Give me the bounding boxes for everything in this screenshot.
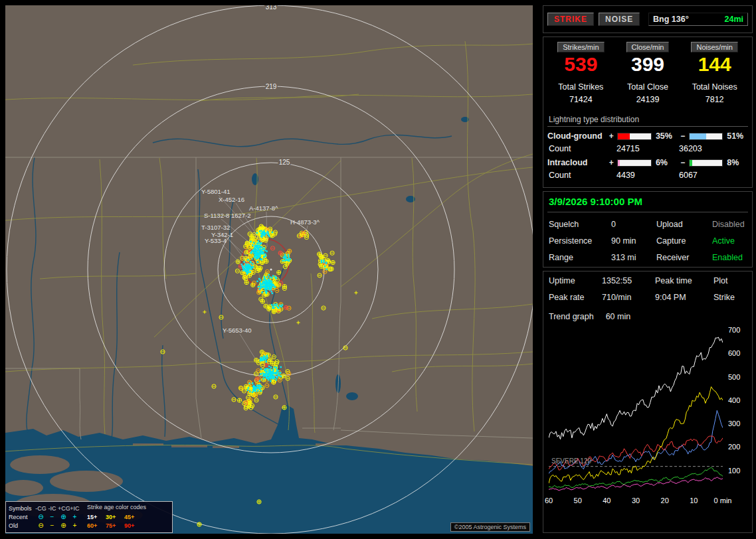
strike-marker bbox=[258, 286, 260, 288]
noises-per-min-value: 144 bbox=[681, 54, 748, 74]
x-axis-tick: 30 bbox=[632, 497, 640, 504]
strike-marker bbox=[246, 269, 248, 271]
strike-marker bbox=[288, 249, 292, 253]
strike-marker bbox=[258, 242, 260, 244]
trend-series-yellow bbox=[549, 387, 723, 484]
trend-section: Uptime 1352:55 Peak time Plot Peak rate … bbox=[543, 271, 753, 533]
intracloud-row: Intracloud + 6% − 8% bbox=[547, 158, 748, 167]
strike-marker bbox=[258, 245, 260, 247]
strike-marker bbox=[259, 385, 261, 387]
old-pos-cg-icon: ⊕ bbox=[58, 522, 69, 529]
strike-marker bbox=[271, 304, 273, 306]
plus-sign: + bbox=[608, 158, 614, 167]
strike-marker bbox=[267, 279, 269, 281]
sensor-location-icon bbox=[270, 268, 272, 270]
recent-neg-ic-icon: − bbox=[47, 513, 58, 520]
strike-marker bbox=[264, 373, 266, 375]
legend-age-codes: Strike age color codes 15+30+45+ 60+75+9… bbox=[87, 504, 146, 530]
strike-marker bbox=[278, 307, 280, 309]
strike-marker bbox=[256, 255, 258, 257]
strike-marker bbox=[266, 291, 268, 293]
strike-marker bbox=[284, 254, 286, 256]
strike-marker bbox=[260, 390, 262, 392]
close-per-min-value: 399 bbox=[614, 54, 682, 74]
strike-marker bbox=[274, 304, 276, 306]
control-panel: STRIKE NOISE Bng 136° 24mi Strikes/min 5… bbox=[539, 0, 756, 539]
strike-marker bbox=[280, 372, 282, 374]
strike-marker bbox=[256, 387, 258, 389]
y-axis-tick: 400 bbox=[728, 396, 740, 404]
strike-marker bbox=[262, 234, 264, 236]
strike-marker bbox=[326, 268, 328, 270]
strike-marker bbox=[260, 279, 262, 281]
strike-button[interactable]: STRIKE bbox=[547, 13, 594, 26]
strike-marker bbox=[272, 293, 274, 295]
strike-marker bbox=[197, 522, 201, 526]
strike-marker bbox=[261, 259, 263, 261]
minus-sign: − bbox=[680, 131, 686, 141]
range-value: 313 mi bbox=[611, 253, 656, 262]
strike-marker bbox=[265, 255, 267, 257]
total-strikes-label: Total Strikes bbox=[547, 82, 614, 92]
strike-marker bbox=[282, 260, 284, 262]
strike-marker bbox=[259, 250, 261, 252]
strike-marker bbox=[260, 368, 262, 370]
strike-marker bbox=[275, 277, 277, 279]
legend-col-neg-cg: -CG bbox=[35, 505, 47, 512]
strike-marker bbox=[249, 264, 251, 266]
upload-label: Upload bbox=[656, 220, 712, 229]
strike-marker bbox=[262, 283, 264, 285]
distance-value: 24mi bbox=[725, 15, 744, 24]
age-code: 30+ bbox=[106, 514, 124, 520]
plus-sign: + bbox=[608, 131, 614, 141]
cg-neg-bar bbox=[689, 133, 723, 140]
strike-marker bbox=[278, 251, 282, 255]
trend-window-value: 60 min bbox=[606, 312, 631, 321]
strike-marker bbox=[266, 284, 268, 286]
lightning-map[interactable]: Y-5801-41X-452-16A-4137-8^S-1132-8 1627-… bbox=[0, 0, 538, 539]
strike-marker bbox=[263, 279, 265, 281]
capture-label: Capture bbox=[656, 236, 712, 246]
legend-old-label: Old bbox=[9, 522, 35, 529]
bearing-display: Bng 136° 24mi bbox=[648, 13, 748, 26]
strike-marker bbox=[268, 236, 270, 238]
strike-marker bbox=[265, 359, 267, 361]
x-axis-tick: 10 bbox=[690, 497, 698, 504]
peak-time-value: 9:04 PM bbox=[655, 293, 713, 302]
y-axis-tick: 500 bbox=[728, 373, 740, 381]
strike-marker bbox=[252, 267, 254, 269]
strike-marker bbox=[270, 366, 272, 368]
strike-marker bbox=[246, 266, 248, 268]
strike-marker bbox=[254, 256, 256, 258]
strike-marker bbox=[272, 275, 274, 277]
strike-marker bbox=[288, 256, 290, 258]
strike-marker bbox=[268, 366, 270, 368]
uptime-label: Uptime bbox=[549, 276, 602, 285]
strike-marker bbox=[260, 373, 262, 375]
noise-button[interactable]: NOISE bbox=[599, 13, 640, 26]
datetime: 3/9/2026 9:10:00 PM bbox=[547, 195, 748, 212]
legend-recent-label: Recent bbox=[9, 514, 35, 520]
strike-marker bbox=[280, 376, 282, 378]
total-strikes-value: 71424 bbox=[547, 95, 614, 104]
strike-marker bbox=[262, 231, 264, 233]
x-axis-tick: 60 bbox=[545, 497, 553, 504]
strike-marker bbox=[277, 370, 279, 372]
strike-marker bbox=[282, 304, 284, 306]
strike-marker bbox=[265, 368, 267, 370]
age-code: 90+ bbox=[124, 522, 143, 529]
strike-marker bbox=[269, 289, 271, 291]
strike-marker bbox=[244, 266, 246, 268]
strike-marker bbox=[268, 281, 270, 283]
storm-cell-label: H-4873-3^ bbox=[290, 218, 320, 226]
strike-marker bbox=[259, 247, 261, 249]
strike-marker bbox=[250, 262, 252, 264]
y-axis-tick: 600 bbox=[728, 349, 740, 357]
cg-neg-count: 36203 bbox=[679, 144, 702, 153]
strike-marker bbox=[264, 357, 266, 359]
severe-threshold-label: SEVERE 120 bbox=[551, 457, 591, 465]
legend-symbols-title: Symbols bbox=[9, 505, 35, 512]
peak-time-label: Peak time bbox=[655, 276, 713, 285]
strike-marker bbox=[284, 256, 286, 258]
strike-marker bbox=[268, 285, 270, 287]
